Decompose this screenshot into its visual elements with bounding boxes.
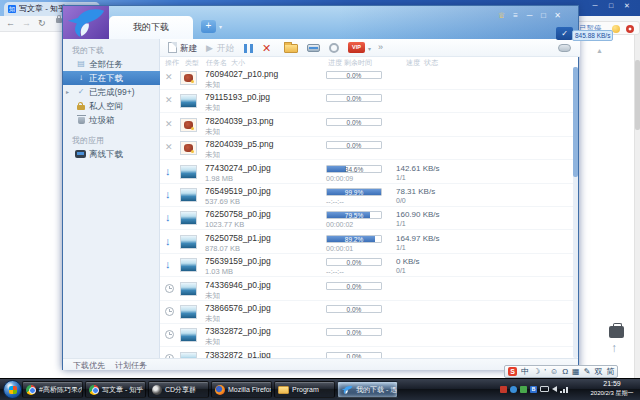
- file-size: 未知: [205, 291, 220, 301]
- display-icon[interactable]: [540, 386, 549, 392]
- ime-item[interactable]: ▦: [572, 367, 580, 376]
- progress-bar: 0.0%: [326, 282, 382, 290]
- download-row[interactable]: ↓75639159_p0.jpg1.03 MB0.0%--:--:--0 KB/…: [160, 254, 573, 277]
- ime-item[interactable]: Ω: [562, 367, 568, 376]
- download-row[interactable]: 73866576_p0.jpg未知0.0%: [160, 301, 573, 324]
- download-row[interactable]: ↓76250758_p0.jpg1023.77 KB79.5%00:00:021…: [160, 207, 573, 230]
- sidebar-item-downloading[interactable]: ↓正在下载: [63, 71, 160, 85]
- ime-item[interactable]: 中: [521, 366, 529, 377]
- open-folder-icon[interactable]: [284, 44, 298, 53]
- new-tab-caret-icon[interactable]: ▾: [219, 23, 222, 30]
- taskbar-button[interactable]: Program: [274, 381, 335, 398]
- sogou-logo-icon[interactable]: S: [508, 367, 517, 376]
- network-icon[interactable]: [560, 386, 568, 393]
- forward-icon[interactable]: →: [22, 18, 31, 28]
- back-icon[interactable]: ←: [6, 18, 15, 28]
- tab-my-downloads[interactable]: 我的下载: [109, 16, 193, 39]
- download-priority-button[interactable]: 下载优先: [73, 360, 105, 371]
- download-row[interactable]: ✕78204039_p5.png未知0.0%: [160, 137, 573, 160]
- taskbar-button[interactable]: Mozilla Firefox: [211, 381, 272, 398]
- browser-close-button[interactable]: ✕: [620, 1, 634, 10]
- delete-icon[interactable]: ✕: [262, 42, 271, 55]
- download-row[interactable]: ✕76094027_p10.png未知0.0%: [160, 67, 573, 90]
- expander-icon[interactable]: ▸: [66, 85, 69, 99]
- settings-disc-icon[interactable]: [329, 43, 339, 53]
- file-thumbnail: [180, 118, 197, 132]
- ime-item[interactable]: ’: [544, 367, 546, 376]
- sidebar-item-offline[interactable]: 离线下载: [63, 147, 160, 161]
- chat-group-icon: [152, 385, 162, 395]
- tray-icon-blue[interactable]: [510, 386, 517, 393]
- download-row[interactable]: 73832872_p0.jpg未知0.0%: [160, 324, 573, 347]
- download-row[interactable]: 73832872_p1.jpg未知0.0%: [160, 348, 573, 358]
- remove-task-icon[interactable]: ✕: [165, 119, 173, 129]
- scroll-up-arrow-icon[interactable]: ▲: [596, 47, 603, 54]
- ime-item[interactable]: 简: [606, 366, 614, 377]
- progress-percent: 0.0%: [327, 142, 381, 149]
- start-button[interactable]: [3, 380, 22, 399]
- close-button[interactable]: ✕: [551, 11, 564, 21]
- download-row[interactable]: ↓77430274_p0.jpg1.98 MB34.6%00:00:09142.…: [160, 161, 573, 184]
- minimize-button[interactable]: ─: [523, 11, 536, 21]
- sidebar-item-all-tasks[interactable]: ▤全部任务: [63, 57, 160, 71]
- ime-item[interactable]: ☽: [533, 367, 540, 376]
- download-row[interactable]: ✕79115193_p0.jpg未知0.0%: [160, 90, 573, 113]
- progress-percent: 99.9%: [327, 189, 381, 196]
- sidebar-item-label: 全部任务: [89, 57, 123, 71]
- menu-icon[interactable]: ≡: [509, 11, 522, 21]
- sidebar-item-private[interactable]: 私人空间: [63, 99, 160, 113]
- smiley-icon[interactable]: [612, 25, 620, 33]
- taskbar-clock[interactable]: 21:59 2020/2/3 星期一: [585, 379, 639, 397]
- taskbar-button[interactable]: CD分享群: [148, 381, 209, 398]
- downloading-arrow-icon: ↓: [165, 235, 171, 247]
- remove-task-icon[interactable]: ✕: [165, 142, 173, 152]
- vip-badge[interactable]: VIP: [348, 42, 365, 53]
- toolbox-icon[interactable]: [609, 326, 624, 338]
- browser-scrollbar[interactable]: [634, 32, 640, 378]
- progress-bar: 0.0%: [326, 258, 382, 266]
- ime-item[interactable]: 双: [594, 366, 602, 377]
- start-button[interactable]: 开始: [217, 43, 234, 55]
- record-stop-icon[interactable]: [626, 25, 634, 33]
- list-scrollbar[interactable]: [573, 67, 578, 358]
- ime-toolbar: S 中☽’☺Ω▦✎双简: [504, 365, 618, 378]
- footer-bar: 下载优先 计划任务: [63, 358, 578, 370]
- remove-task-icon[interactable]: ✕: [165, 72, 173, 82]
- maximize-button[interactable]: □: [537, 11, 550, 21]
- browser-minimize-button[interactable]: ─: [588, 1, 602, 10]
- sidebar-item-trash[interactable]: 垃圾箱: [63, 113, 160, 127]
- vip-caret-icon[interactable]: ▾: [368, 45, 371, 52]
- tray-icon-green[interactable]: [520, 386, 527, 393]
- volume-icon[interactable]: [552, 386, 557, 392]
- peers-count: 1/1: [396, 174, 406, 181]
- file-thumbnail: [180, 258, 197, 272]
- reload-icon[interactable]: ↻: [38, 18, 46, 28]
- zhihu-favicon: 知: [8, 5, 16, 13]
- new-task-button[interactable]: 新建: [180, 43, 197, 55]
- toolbar-toggle-pill[interactable]: [558, 44, 571, 52]
- pause-icon[interactable]: [244, 44, 253, 53]
- scheduled-tasks-button[interactable]: 计划任务: [115, 360, 147, 371]
- bluetooth-icon[interactable]: B: [530, 386, 537, 393]
- start-icon[interactable]: ▶: [206, 43, 213, 53]
- sidebar-item-completed[interactable]: ▸✓已完成(99+): [63, 85, 160, 99]
- ime-item[interactable]: ✎: [584, 367, 591, 376]
- back-to-top-icon[interactable]: ↑: [611, 341, 617, 355]
- time-remaining: --:--:--: [326, 268, 344, 275]
- taskbar-button[interactable]: #高桥陈巧果の...: [22, 381, 83, 398]
- remove-task-icon[interactable]: ✕: [165, 95, 173, 105]
- tray-icon-red[interactable]: [500, 386, 507, 393]
- taskbar-button[interactable]: 我的下载 - 迅...: [337, 381, 398, 398]
- more-tools-icon[interactable]: »: [378, 42, 383, 52]
- taskbar-button[interactable]: 写文章 - 知乎 ...: [85, 381, 146, 398]
- download-row[interactable]: ↓76250758_p1.jpg878.07 KB89.2%00:00:0116…: [160, 231, 573, 254]
- download-row[interactable]: ✕78204039_p3.png未知0.0%: [160, 114, 573, 137]
- ime-item[interactable]: ☺: [550, 367, 558, 376]
- device-transfer-icon[interactable]: [307, 44, 320, 52]
- browser-maximize-button[interactable]: □: [604, 1, 618, 10]
- new-tab-button[interactable]: +: [201, 20, 216, 33]
- download-row[interactable]: ↓76549519_p0.jpg537.69 KB99.9%--:--:--78…: [160, 184, 573, 207]
- vip-crown-icon[interactable]: ♕: [495, 11, 508, 21]
- new-task-icon[interactable]: [168, 42, 177, 53]
- download-row[interactable]: 74336946_p0.jpg未知0.0%: [160, 278, 573, 301]
